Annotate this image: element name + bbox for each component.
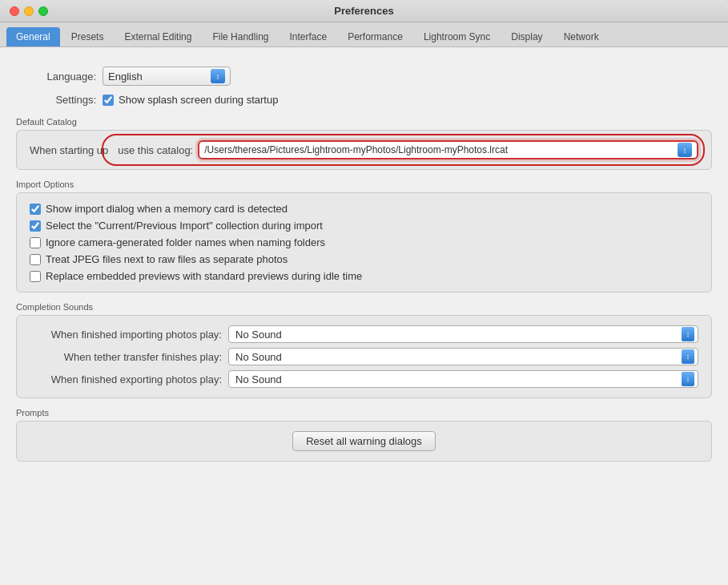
completion-sound-2-select[interactable]: No Sound ↕ bbox=[228, 370, 698, 388]
window-title: Preferences bbox=[334, 5, 393, 17]
language-row: Language: English ↕ bbox=[16, 67, 712, 86]
import-options-section: Show import dialog when a memory card is… bbox=[16, 192, 712, 292]
import-option-0: Show import dialog when a memory card is… bbox=[30, 203, 698, 215]
use-catalog-label: use this catalog: bbox=[118, 144, 193, 156]
import-options-section-title: Import Options bbox=[16, 180, 712, 189]
catalog-row: When starting up use this catalog: /User… bbox=[30, 140, 698, 159]
settings-row: Settings: Show splash screen during star… bbox=[16, 94, 712, 106]
prompts-section: Reset all warning dialogs bbox=[16, 421, 712, 462]
catalog-path: /Users/theresa/Pictures/Lightroom-myPhot… bbox=[204, 144, 678, 155]
tab-display[interactable]: Display bbox=[501, 27, 552, 46]
completion-sound-1-value: No Sound bbox=[235, 351, 682, 363]
import-option-2-label: Ignore camera-generated folder names whe… bbox=[46, 236, 325, 248]
reset-warning-dialogs-button[interactable]: Reset all warning dialogs bbox=[292, 431, 436, 451]
maximize-button[interactable] bbox=[38, 6, 48, 16]
default-catalog-section: When starting up use this catalog: /User… bbox=[16, 130, 712, 170]
tab-file-handling[interactable]: File Handling bbox=[203, 27, 278, 46]
default-catalog-section-title: Default Catalog bbox=[16, 117, 712, 127]
completion-sound-1-arrow: ↕ bbox=[682, 349, 694, 364]
tab-external-editing[interactable]: External Editing bbox=[115, 27, 201, 46]
import-option-1-label: Select the "Current/Previous Import" col… bbox=[46, 220, 323, 232]
tab-network[interactable]: Network bbox=[554, 27, 609, 46]
import-option-4-label: Replace embedded previews with standard … bbox=[46, 270, 362, 282]
completion-sounds-section-title: Completion Sounds bbox=[16, 302, 712, 312]
import-option-1: Select the "Current/Previous Import" col… bbox=[30, 220, 698, 232]
completion-sound-0-label: When finished importing photos play: bbox=[30, 329, 222, 341]
catalog-dropdown-arrow: ↕ bbox=[678, 143, 692, 157]
import-option-3: Treat JPEG files next to raw files as se… bbox=[30, 253, 698, 265]
completion-sound-0: When finished importing photos play: No … bbox=[30, 325, 698, 343]
language-value: English bbox=[108, 71, 211, 83]
language-label: Language: bbox=[16, 71, 96, 83]
import-option-0-checkbox[interactable] bbox=[30, 204, 41, 215]
import-option-2: Ignore camera-generated folder names whe… bbox=[30, 236, 698, 248]
import-option-1-checkbox[interactable] bbox=[30, 220, 41, 232]
completion-sounds-section: When finished importing photos play: No … bbox=[16, 315, 712, 398]
completion-sound-2-value: No Sound bbox=[235, 373, 682, 385]
tab-performance[interactable]: Performance bbox=[338, 27, 412, 46]
tab-presets[interactable]: Presets bbox=[62, 27, 114, 46]
minimize-button[interactable] bbox=[24, 6, 34, 16]
completion-sound-0-arrow: ↕ bbox=[682, 327, 694, 341]
main-content: Language: English ↕ Settings: Show splas… bbox=[0, 47, 728, 585]
tab-lightroom-sync[interactable]: Lightroom Sync bbox=[414, 27, 500, 46]
completion-sound-0-select[interactable]: No Sound ↕ bbox=[228, 325, 698, 343]
tab-bar: General Presets External Editing File Ha… bbox=[0, 22, 728, 47]
completion-sound-1: When tether transfer finishes play: No S… bbox=[30, 348, 698, 365]
settings-label: Settings: bbox=[16, 94, 96, 106]
splash-screen-label: Show splash screen during startup bbox=[119, 94, 278, 106]
import-option-4-checkbox[interactable] bbox=[30, 271, 41, 282]
tab-interface[interactable]: Interface bbox=[280, 27, 336, 46]
completion-sound-2: When finished exporting photos play: No … bbox=[30, 370, 698, 388]
completion-sound-1-label: When tether transfer finishes play: bbox=[30, 351, 222, 363]
import-option-4: Replace embedded previews with standard … bbox=[30, 270, 698, 282]
title-bar: Preferences bbox=[0, 0, 728, 22]
language-select-arrow: ↕ bbox=[211, 69, 225, 83]
import-option-2-checkbox[interactable] bbox=[30, 237, 41, 248]
use-catalog-wrapper: use this catalog: /Users/theresa/Picture… bbox=[113, 140, 698, 159]
import-option-3-checkbox[interactable] bbox=[30, 254, 41, 265]
traffic-lights bbox=[10, 6, 48, 16]
when-starting-up-label: When starting up bbox=[30, 144, 108, 156]
completion-sound-2-arrow: ↕ bbox=[682, 372, 694, 386]
splash-screen-row: Show splash screen during startup bbox=[103, 94, 278, 106]
completion-sound-0-value: No Sound bbox=[235, 329, 682, 341]
import-option-3-label: Treat JPEG files next to raw files as se… bbox=[46, 253, 288, 265]
tab-general[interactable]: General bbox=[6, 27, 60, 46]
catalog-dropdown[interactable]: /Users/theresa/Pictures/Lightroom-myPhot… bbox=[198, 140, 698, 159]
import-option-0-label: Show import dialog when a memory card is… bbox=[46, 203, 288, 215]
close-button[interactable] bbox=[10, 6, 19, 16]
splash-screen-checkbox[interactable] bbox=[103, 95, 114, 106]
preferences-window: Preferences General Presets External Edi… bbox=[0, 0, 728, 585]
prompts-section-title: Prompts bbox=[16, 408, 712, 418]
completion-sound-1-select[interactable]: No Sound ↕ bbox=[228, 348, 698, 365]
language-select[interactable]: English ↕ bbox=[103, 67, 231, 86]
completion-sound-2-label: When finished exporting photos play: bbox=[30, 373, 222, 385]
